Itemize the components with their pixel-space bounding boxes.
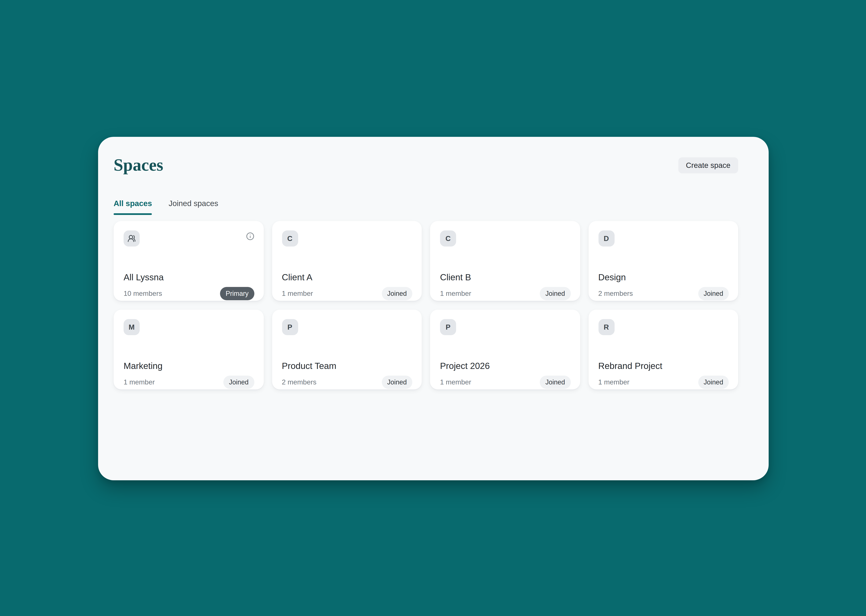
space-initial: M xyxy=(129,323,135,331)
space-avatar: C xyxy=(282,231,298,247)
card-top: M xyxy=(124,319,254,335)
space-card-product-team[interactable]: P Product Team 2 members Joined xyxy=(272,310,422,390)
card-foot: 2 members Joined xyxy=(598,287,729,300)
space-avatar: R xyxy=(598,319,614,335)
card-foot: 1 member Joined xyxy=(598,376,729,389)
card-top: C xyxy=(440,231,571,247)
desktop-background: Spaces Create space All spaces Joined sp… xyxy=(0,0,866,616)
card-foot: 10 members Primary xyxy=(124,287,254,300)
status-badge: Joined xyxy=(540,287,570,300)
space-card-rebrand-project[interactable]: R Rebrand Project 1 member Joined xyxy=(588,310,738,390)
card-foot: 1 member Joined xyxy=(440,376,571,389)
page-title: Spaces xyxy=(113,154,163,176)
card-top: P xyxy=(440,319,571,335)
status-badge: Joined xyxy=(698,376,729,389)
member-count: 10 members xyxy=(124,290,162,297)
member-count: 1 member xyxy=(440,378,471,386)
space-name: Client A xyxy=(282,272,413,283)
space-name: All Lyssna xyxy=(124,272,254,283)
space-card-design[interactable]: D Design 2 members Joined xyxy=(588,221,738,301)
space-name: Design xyxy=(598,272,729,283)
space-name: Client B xyxy=(440,272,571,283)
card-foot: 2 members Joined xyxy=(282,376,413,389)
space-avatar: P xyxy=(440,319,456,335)
status-badge: Joined xyxy=(382,287,412,300)
space-initial: C xyxy=(287,234,293,243)
card-foot: 1 member Joined xyxy=(440,287,571,300)
create-space-button[interactable]: Create space xyxy=(678,157,738,173)
status-badge: Primary xyxy=(220,287,254,300)
member-count: 1 member xyxy=(440,290,471,297)
card-top xyxy=(124,231,254,247)
tab-joined-spaces[interactable]: Joined spaces xyxy=(168,199,218,215)
card-top: R xyxy=(598,319,729,335)
space-initial: D xyxy=(604,234,609,243)
card-foot: 1 member Joined xyxy=(124,376,254,389)
card-top: D xyxy=(598,231,729,247)
space-initial: R xyxy=(604,323,609,331)
status-badge: Joined xyxy=(540,376,570,389)
info-icon[interactable] xyxy=(246,232,254,240)
space-name: Marketing xyxy=(124,361,254,372)
member-count: 2 members xyxy=(282,378,316,386)
card-top: P xyxy=(282,319,413,335)
space-initial: C xyxy=(446,234,450,243)
card-foot: 1 member Joined xyxy=(282,287,413,300)
space-avatar: M xyxy=(124,319,140,335)
tabs: All spaces Joined spaces xyxy=(113,199,738,215)
card-top: C xyxy=(282,231,413,247)
panel-header: Spaces Create space xyxy=(113,154,738,176)
member-count: 2 members xyxy=(598,290,633,297)
space-name: Project 2026 xyxy=(440,361,571,372)
space-card-client-a[interactable]: C Client A 1 member Joined xyxy=(272,221,422,301)
space-card-all-lyssna[interactable]: All Lyssna 10 members Primary xyxy=(113,221,264,301)
space-card-project-2026[interactable]: P Project 2026 1 member Joined xyxy=(430,310,580,390)
member-count: 1 member xyxy=(124,378,155,386)
space-avatar: P xyxy=(282,319,298,335)
space-avatar: D xyxy=(598,231,614,247)
status-badge: Joined xyxy=(224,376,254,389)
spaces-grid: All Lyssna 10 members Primary C Client A… xyxy=(113,221,738,390)
status-badge: Joined xyxy=(698,287,729,300)
space-card-marketing[interactable]: M Marketing 1 member Joined xyxy=(113,310,264,390)
space-name: Product Team xyxy=(282,361,413,372)
space-initial: P xyxy=(287,323,292,331)
space-initial: P xyxy=(446,323,450,331)
space-name: Rebrand Project xyxy=(598,361,729,372)
member-count: 1 member xyxy=(282,290,313,297)
space-card-client-b[interactable]: C Client B 1 member Joined xyxy=(430,221,580,301)
space-avatar xyxy=(124,231,140,247)
space-avatar: C xyxy=(440,231,456,247)
status-badge: Joined xyxy=(382,376,412,389)
tab-all-spaces[interactable]: All spaces xyxy=(113,199,152,215)
spaces-panel: Spaces Create space All spaces Joined sp… xyxy=(98,137,768,480)
member-count: 1 member xyxy=(598,378,630,386)
users-icon xyxy=(128,234,136,243)
